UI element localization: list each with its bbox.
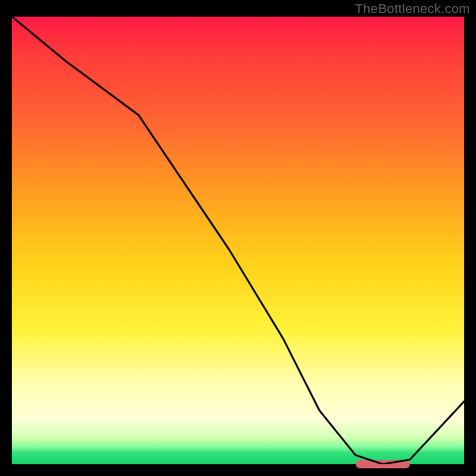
curve-path (12, 17, 464, 464)
bottleneck-curve (12, 17, 464, 464)
watermark-text: TheBottleneck.com (355, 1, 470, 17)
chart-frame: TheBottleneck.com (0, 0, 476, 476)
